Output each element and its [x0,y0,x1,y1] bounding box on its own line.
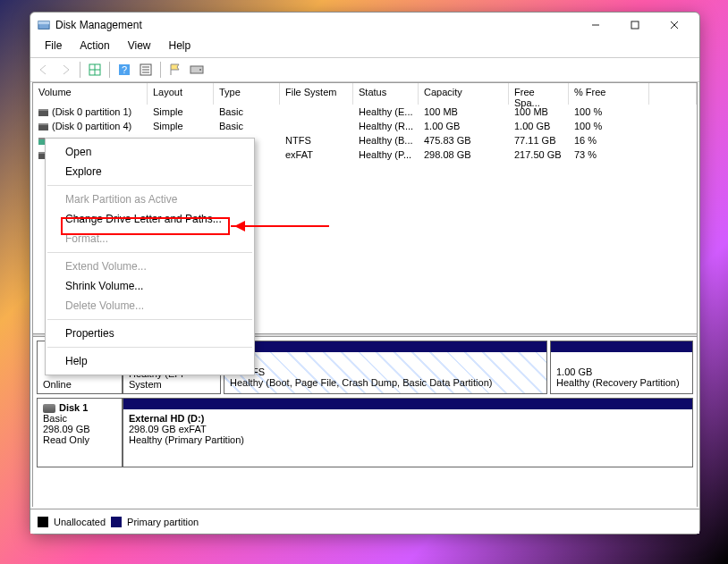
app-icon [38,19,50,31]
disk1-label[interactable]: Disk 1 Basic 298.09 GB Read Only [37,398,123,467]
d-size: 298.09 GB exFAT [129,424,207,434]
close-button[interactable] [655,13,694,38]
cell-pct: 100 % [569,121,649,131]
cell-status: Healthy (P... [353,149,419,160]
diskprops-button[interactable] [187,60,207,80]
cell-status: Healthy (B... [353,135,419,146]
ctx-change-drive-letter[interactable]: Change Drive Letter and Paths... [46,209,254,229]
ctx-properties[interactable]: Properties [46,324,254,343]
forward-button [55,60,75,80]
menu-file[interactable]: File [36,38,71,57]
cell-free: 1.00 GB [509,121,569,131]
th-blank[interactable] [649,83,697,105]
menu-help[interactable]: Help [160,38,200,57]
th-type[interactable]: Type [214,83,280,105]
disk-row-1: Disk 1 Basic 298.09 GB Read Only Externa… [37,398,693,467]
ctx-sep [47,319,252,320]
cell-fs: exFAT [280,149,353,160]
cell-layout: Simple [148,106,214,117]
toolbar: ? [30,57,699,82]
disk0-status: Online [43,379,116,390]
minimize-button[interactable] [576,13,615,38]
cell-type: Basic [214,106,280,117]
help-icon: ? [117,63,131,77]
context-menu: Open Explore Mark Partition as Active Ch… [45,138,255,375]
cell-vol: (Disk 0 partition 1) [52,106,131,117]
table-row[interactable]: (Disk 0 partition 4) Simple Basic Health… [33,119,697,133]
flag-icon [168,63,182,77]
disk1-type: Basic [43,413,67,424]
window-title: Disk Management [55,19,576,31]
svg-point-16 [199,69,201,71]
help-button[interactable]: ? [114,60,134,80]
cell-free: 217.50 GB [509,149,569,160]
disk0-windows-partition[interactable]: ) B NTFS Healthy (Boot, Page File, Crash… [224,341,547,394]
disk0-recovery-partition[interactable]: 1.00 GB Healthy (Recovery Partition) [550,341,693,394]
cell-free: 100 MB [509,106,569,117]
grid-icon [88,63,102,77]
swatch-primary [111,517,122,527]
ctx-sep [47,185,252,186]
column-headers: Volume Layout Type File System Status Ca… [33,83,697,105]
cell-cap: 1.00 GB [419,121,509,131]
toolbar-sep [80,62,80,78]
th-status[interactable]: Status [353,83,419,105]
menu-action[interactable]: Action [71,38,118,57]
swatch-unallocated [38,517,48,527]
cell-status: Healthy (E... [353,106,419,117]
d-name: External HD (D:) [129,413,204,424]
ctx-sep [47,347,252,348]
disk1-name: Disk 1 [59,402,88,413]
rescan-button[interactable] [165,60,185,80]
cell-cap: 475.83 GB [419,135,509,146]
cell-pct: 100 % [569,106,649,117]
disk-icon [43,404,55,413]
maximize-button[interactable] [615,13,655,38]
list-icon [139,63,153,77]
menu-view[interactable]: View [119,38,160,57]
refresh-button[interactable] [85,60,105,80]
settings-button[interactable] [136,60,156,80]
disk-icon [190,63,204,77]
c-status: Healthy (Boot, Page File, Crash Dump, Ba… [230,377,492,388]
ctx-explore[interactable]: Explore [46,162,254,181]
partition-bar [224,341,546,352]
th-pctfree[interactable]: % Free [569,83,649,105]
cell-pct: 73 % [569,149,649,160]
toolbar-sep [160,62,161,78]
volume-icon [38,109,48,116]
ctx-mark-active: Mark Partition as Active [46,189,254,209]
svg-rect-3 [631,21,639,29]
svg-text:?: ? [122,64,127,75]
th-capacity[interactable]: Capacity [419,83,509,105]
disk1-externalhd-partition[interactable]: External HD (D:) 298.09 GB exFAT Healthy… [123,398,693,467]
toolbar-sep [109,62,110,78]
cell-layout: Simple [148,121,214,131]
th-freespace[interactable]: Free Spa... [509,83,569,105]
cell-type: Basic [214,121,280,131]
cell-cap: 298.08 GB [419,149,509,160]
table-row[interactable]: (Disk 0 partition 1) Simple Basic Health… [33,105,697,119]
arrow-right-icon [58,63,72,77]
rec-status: Healthy (Recovery Partition) [556,377,680,388]
ctx-extend: Extend Volume... [46,257,254,276]
titlebar[interactable]: Disk Management [30,13,699,38]
volume-icon [38,123,48,130]
minimize-icon [591,21,600,29]
legend-unallocated: Unallocated [54,517,106,527]
disk1-size: 298.09 GB [43,424,90,434]
partition-bar [551,341,692,352]
th-volume[interactable]: Volume [33,83,148,105]
ctx-shrink[interactable]: Shrink Volume... [46,276,254,296]
arrow-left-icon [37,63,51,77]
ctx-delete: Delete Volume... [46,296,254,316]
legend-primary: Primary partition [127,517,199,527]
th-layout[interactable]: Layout [148,83,214,105]
ctx-open[interactable]: Open [46,142,254,162]
th-filesystem[interactable]: File System [280,83,353,105]
cell-free: 77.11 GB [509,135,569,146]
cell-pct: 16 % [569,135,649,146]
legend: Unallocated Primary partition [30,509,699,534]
svg-rect-1 [38,21,49,25]
ctx-help[interactable]: Help [46,351,254,371]
